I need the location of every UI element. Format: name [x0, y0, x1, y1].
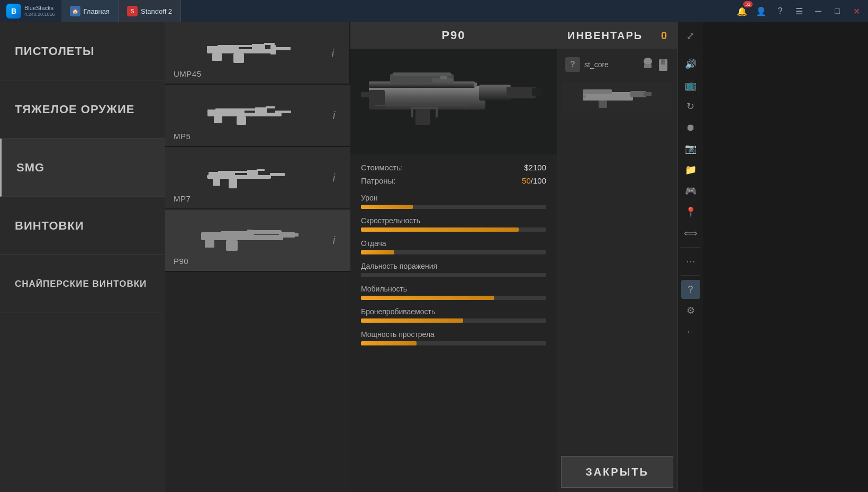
inv-gun-svg: [580, 84, 654, 111]
sidebar-help-icon[interactable]: ?: [681, 280, 700, 299]
weapon-item-ump45[interactable]: UMP45 i: [165, 22, 350, 85]
svg-rect-34: [292, 233, 299, 236]
standoff-tab-label: Standoff 2: [141, 7, 172, 15]
category-pistols[interactable]: ПИСТОЛЕТЫ: [0, 22, 165, 80]
category-heavy[interactable]: ТЯЖЕЛОЕ ОРУЖИЕ: [0, 80, 165, 139]
ammo-row: Патроны: 50/100: [361, 176, 546, 185]
category-smg[interactable]: SMG: [0, 139, 165, 197]
svg-rect-14: [266, 106, 275, 108]
svg-point-66: [583, 95, 586, 98]
detail-weapon-name: P90: [441, 29, 465, 42]
tab-standoff2[interactable]: S Standoff 2: [119, 0, 181, 22]
category-rifles[interactable]: ВИНТОВКИ: [0, 197, 165, 255]
mp7-info-icon[interactable]: i: [326, 170, 342, 186]
inventory-count: 0: [661, 30, 667, 42]
notification-wrap[interactable]: 🔔 32: [735, 4, 749, 19]
bluestacks-logo: B BlueStacks 4.240.20.1016: [0, 0, 61, 22]
sidebar-expand-icon[interactable]: ⤢: [681, 26, 700, 45]
inventory-header: ИНВЕНТАРЬ 0: [557, 22, 677, 49]
svg-rect-24: [229, 179, 237, 188]
sidebar-back-icon[interactable]: ←: [681, 322, 700, 341]
p90-image: [174, 222, 326, 259]
category-list: ПИСТОЛЕТЫ ТЯЖЕЛОЕ ОРУЖИЕ SMG ВИНТОВКИ СН…: [0, 22, 165, 492]
ump45-info-icon[interactable]: i: [325, 45, 341, 61]
damage-label: Урон: [361, 194, 546, 202]
svg-rect-55: [415, 109, 430, 125]
menu-icon[interactable]: ☰: [792, 4, 807, 19]
recoil-label: Отдача: [361, 239, 546, 248]
range-track: [361, 273, 546, 277]
weapon-item-mp7[interactable]: MP7 i: [165, 147, 350, 209]
sidebar-rotate-icon[interactable]: ↻: [681, 97, 700, 116]
sidebar-record-icon[interactable]: ⏺: [681, 118, 700, 137]
sidebar-volume-icon[interactable]: 🔊: [681, 54, 700, 74]
ammo-value: 50/100: [522, 176, 546, 185]
inventory-body: ? st_core: [557, 49, 677, 452]
svg-point-27: [207, 175, 211, 179]
sidebar-location-icon[interactable]: 📍: [681, 203, 700, 222]
help-icon[interactable]: ?: [773, 4, 788, 19]
close-button[interactable]: ЗАКРЫТЬ: [561, 456, 673, 488]
maximize-button[interactable]: □: [830, 4, 845, 19]
weapon-list: UMP45 i: [165, 22, 350, 492]
damage-track: [361, 205, 546, 209]
firerate-track: [361, 227, 546, 232]
svg-rect-52: [440, 76, 447, 79]
sidebar-folder-icon[interactable]: 📁: [681, 160, 700, 179]
bar-range: Дальность поражения: [361, 262, 546, 277]
penetration-label: Мощность прострела: [361, 330, 546, 339]
inventory-panel: ИНВЕНТАРЬ 0 ? st_core: [557, 22, 677, 492]
close-button-titlebar[interactable]: ✕: [849, 4, 864, 19]
inventory-player-name: st_core: [584, 60, 609, 69]
bar-firerate: Скрострельность: [361, 216, 546, 232]
ammo-current: 50: [522, 176, 531, 185]
weapon-item-p90[interactable]: P90 i: [165, 209, 350, 272]
sidebar-settings-icon[interactable]: ⚙: [681, 301, 700, 320]
bar-recoil: Отдача: [361, 239, 546, 254]
range-label: Дальность поражения: [361, 262, 546, 270]
sidebar-mirror-icon[interactable]: ⟺: [681, 224, 700, 243]
firerate-label: Скрострельность: [361, 216, 546, 225]
recoil-track: [361, 250, 546, 254]
home-tab-icon: 🏠: [70, 6, 80, 16]
svg-rect-49: [532, 88, 542, 96]
sidebar-more-icon[interactable]: ⋯: [681, 252, 700, 271]
inventory-gun-thumbnail: [562, 81, 672, 113]
account-icon[interactable]: 👤: [754, 4, 768, 19]
ammo-label: Патроны:: [361, 176, 396, 185]
cost-label: Стоимость:: [361, 163, 403, 172]
right-sidebar: ⤢ 🔊 📺 ↻ ⏺ 📷 📁 🎮 📍 ⟺ ⋯ ? ⚙ ←: [677, 22, 703, 492]
svg-rect-16: [214, 116, 222, 123]
ammo-max: 100: [533, 176, 546, 185]
detail-panel: P90: [350, 22, 557, 492]
sidebar-display-icon[interactable]: 📺: [681, 76, 700, 95]
mobility-label: Мобильность: [361, 285, 546, 293]
helmet-icon: [641, 57, 654, 72]
firerate-fill: [361, 227, 519, 232]
bluestacks-icon: B: [6, 4, 21, 19]
svg-rect-6: [233, 53, 244, 63]
mp5-info-icon[interactable]: i: [326, 107, 342, 123]
svg-rect-54: [374, 105, 469, 106]
svg-rect-53: [374, 89, 469, 90]
ump45-name: UMP45: [174, 69, 202, 78]
sidebar-gamepad-icon[interactable]: 🎮: [681, 181, 700, 201]
armor-label: Бронепробиваемость: [361, 307, 546, 316]
svg-rect-28: [229, 171, 247, 172]
recoil-fill: [361, 250, 394, 254]
sidebar-screenshot-icon[interactable]: 📷: [681, 139, 700, 158]
vest-icon: [657, 57, 669, 72]
armor-track: [361, 318, 546, 323]
svg-rect-58: [644, 64, 652, 68]
titlebar: B BlueStacks 4.240.20.1016 🏠 Главная S S…: [0, 0, 868, 22]
svg-rect-60: [661, 59, 665, 65]
bar-mobility: Мобильность: [361, 285, 546, 300]
category-sniper[interactable]: СНАЙПЕРСКИЕ ВИНТОВКИ: [0, 255, 165, 313]
titlebar-controls: 🔔 32 👤 ? ☰ ─ □ ✕: [735, 4, 868, 19]
minimize-button[interactable]: ─: [811, 4, 826, 19]
p90-info-icon[interactable]: i: [326, 232, 342, 248]
tab-home[interactable]: 🏠 Главная: [61, 0, 119, 22]
mp5-image: [174, 97, 326, 134]
weapon-item-mp5[interactable]: MP5 i: [165, 85, 350, 147]
inventory-equip-row: ? st_core: [562, 54, 672, 75]
